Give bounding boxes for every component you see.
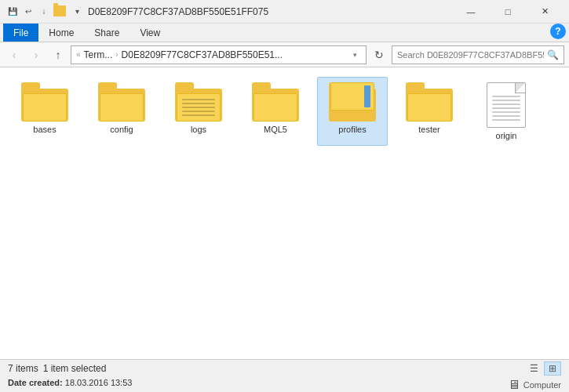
status-bar: 7 items 1 item selected ☰ ⊞ Date created… [0,359,569,392]
status-right: ☰ ⊞ [525,361,561,376]
file-label: config [110,125,133,134]
properties-icon: ↓ [38,5,50,18]
ribbon-tabs: File Home Share View ? [0,24,569,42]
address-path[interactable]: « Term... › D0E8209F77C8CF37AD8BF550E51.… [71,45,367,64]
forward-button[interactable]: › [27,45,46,64]
up-button[interactable]: ↑ [49,45,67,64]
file-label: bases [33,125,56,134]
computer-icon: 🖥 [508,378,520,392]
tab-file[interactable]: File [3,24,38,42]
window-controls: — □ ✕ [453,0,563,24]
doc-line [492,119,520,121]
list-item[interactable]: tester [394,77,465,146]
tab-home[interactable]: Home [38,24,84,42]
folder-mql5-icon [252,82,299,122]
computer-label: Computer [523,380,561,390]
view-details-button[interactable]: ☰ [525,361,542,376]
doc-line [492,111,520,113]
list-item[interactable]: config [86,77,157,146]
doc-line [492,100,520,101]
help-button[interactable]: ? [550,24,566,39]
title-bar: 💾 ↩ ↓ ▾ D0E8209F77C8CF37AD8BF550E51FF075… [0,0,569,24]
tab-view[interactable]: View [129,24,170,42]
search-icon[interactable]: 🔍 [547,49,559,60]
file-label: logs [191,125,206,134]
view-tiles-button[interactable]: ⊞ [544,361,561,376]
status-row1: 7 items 1 item selected ☰ ⊞ [0,360,569,377]
list-item[interactable]: bases [9,77,80,146]
status-selected: 1 item selected [43,363,107,374]
status-date-value: 18.03.2016 13:53 [65,378,133,387]
list-item[interactable]: origin [471,77,542,146]
address-bar: ‹ › ↑ « Term... › D0E8209F77C8CF37AD8BF5… [0,42,569,67]
folder-icon [53,5,66,16]
list-item[interactable]: MQL5 [240,77,311,146]
path-main: D0E8209F77C8CF37AD8BF550E51... [122,49,283,60]
doc-line [492,96,520,97]
tab-share[interactable]: Share [84,24,129,42]
dropdown-arrow[interactable]: ▾ [71,5,83,18]
file-area: bases config [0,67,569,359]
minimize-button[interactable]: — [453,0,489,24]
path-term: Term... [84,49,113,60]
folder-config-icon [98,82,145,122]
doc-line [492,107,520,109]
window-title: D0E8209F77C8CF37AD8BF550E51FF075 [88,6,268,17]
title-bar-icons: 💾 ↩ ↓ [6,5,66,18]
search-box[interactable]: 🔍 [392,45,564,64]
path-dropdown[interactable]: ▾ [348,49,361,61]
main-area: bases config [0,67,569,359]
back-button[interactable]: ‹ [5,45,24,64]
doc-lines [492,96,520,121]
list-item[interactable]: profiles [317,77,388,146]
search-input[interactable] [397,50,544,60]
folder-logs-icon [175,82,222,122]
file-label: origin [496,131,517,140]
maximize-button[interactable]: □ [490,0,526,24]
folder-tester-icon [406,82,453,122]
title-bar-left: 💾 ↩ ↓ ▾ D0E8209F77C8CF37AD8BF550E51FF075 [6,5,268,18]
quick-access-icon: 💾 [6,5,19,18]
file-label: tester [418,125,440,134]
path-prefix: « [76,50,81,59]
status-row2: Date created: 18.03.2016 13:53 🖥 Compute… [0,377,569,393]
list-item[interactable]: logs [163,77,234,146]
status-left: 7 items 1 item selected [8,363,106,374]
close-button[interactable]: ✕ [527,0,563,24]
file-label: profiles [338,125,366,134]
undo-icon: ↩ [22,5,35,18]
file-origin-icon [487,82,526,128]
doc-line [492,115,520,117]
folder-bases-icon [21,82,68,122]
path-sep1: › [115,50,118,59]
status-date-label: Date created: [8,378,63,387]
file-label: MQL5 [264,125,287,134]
folder-profiles-icon [329,82,376,122]
doc-line [492,103,520,105]
status-count: 7 items [8,363,38,374]
refresh-button[interactable]: ↻ [370,45,388,64]
